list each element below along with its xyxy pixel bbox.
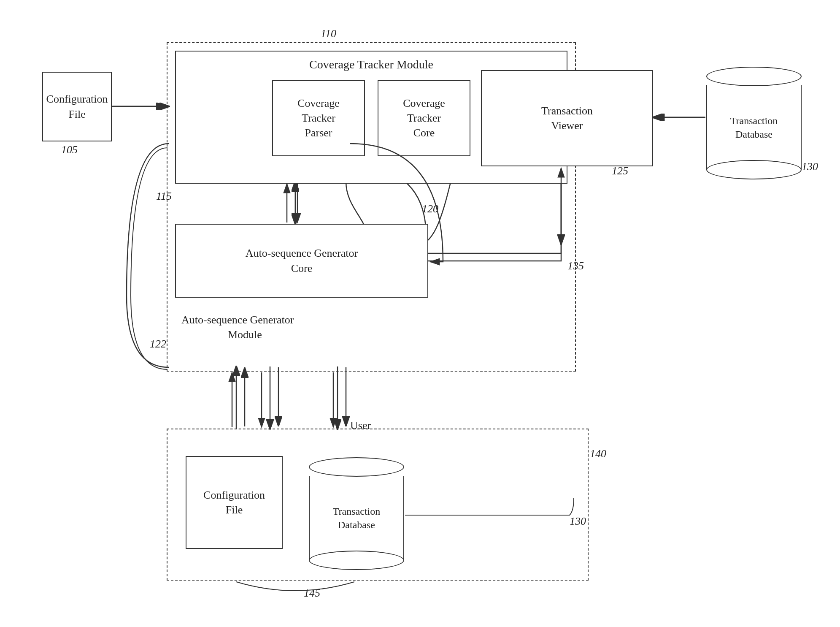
auto-seq-module-label2: Module	[228, 327, 262, 342]
diagram-container: ConfigurationFile 105 110 Coverage Track…	[0, 0, 840, 627]
ref-140: 140	[590, 448, 606, 460]
ref-120: 120	[422, 203, 438, 215]
config-file-top: ConfigurationFile	[42, 72, 112, 141]
auto-seq-module-label: Auto-sequence Generator	[181, 312, 294, 327]
coverage-tracker-parser: CoverageTrackerParser	[272, 80, 365, 156]
ref-110: 110	[321, 27, 336, 40]
transaction-database-top: TransactionDatabase	[705, 59, 802, 177]
coverage-tracker-core: CoverageTrackerCore	[378, 80, 470, 156]
ref-122: 122	[150, 338, 166, 350]
ref-125: 125	[612, 165, 628, 177]
transaction-viewer: TransactionViewer	[481, 70, 653, 166]
ref-145: 145	[304, 587, 320, 600]
user-label: User	[350, 418, 371, 433]
ref-135: 135	[567, 260, 584, 272]
ref-105: 105	[61, 144, 78, 156]
ref-130-bottom: 130	[570, 515, 586, 528]
auto-seq-generator-core: Auto-sequence GeneratorCore	[175, 224, 428, 298]
ref-115: 115	[156, 190, 172, 203]
ref-130-top: 130	[802, 160, 818, 173]
transaction-database-bottom: TransactionDatabase	[308, 450, 405, 568]
config-file-bottom: ConfigurationFile	[186, 456, 283, 549]
